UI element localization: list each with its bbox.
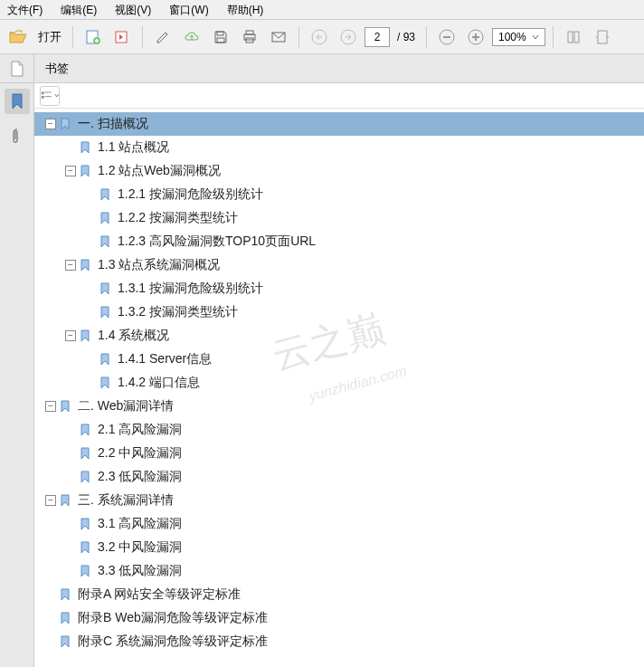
bookmarks-tab[interactable] bbox=[5, 89, 30, 114]
menu-help[interactable]: 帮助(H) bbox=[223, 2, 268, 17]
bookmark-node[interactable]: 附录B Web漏洞危险等级评定标准 bbox=[34, 606, 644, 630]
bookmark-label: 附录B Web漏洞危险等级评定标准 bbox=[78, 610, 268, 626]
document-tab-icon[interactable] bbox=[0, 54, 34, 82]
collapse-toggle[interactable]: − bbox=[65, 166, 76, 176]
bookmark-icon bbox=[99, 376, 112, 389]
collapse-toggle[interactable]: − bbox=[45, 119, 56, 129]
bookmark-node[interactable]: −1.2 站点Web漏洞概况 bbox=[34, 159, 644, 183]
bookmark-node[interactable]: 3.1 高风险漏洞 bbox=[34, 512, 644, 536]
bookmark-node[interactable]: 1.2.3 高风险漏洞数TOP10页面URL bbox=[34, 230, 644, 253]
bookmark-node[interactable]: 1.1 站点概况 bbox=[34, 136, 644, 159]
zoom-value: 100% bbox=[498, 31, 526, 43]
bookmark-node[interactable]: −1.4 系统概况 bbox=[34, 324, 644, 348]
email-button[interactable] bbox=[266, 24, 291, 50]
bookmark-node[interactable]: −三. 系统漏洞详情 bbox=[34, 489, 644, 512]
pane-toolbar bbox=[34, 83, 644, 109]
bookmark-icon bbox=[60, 400, 72, 413]
bookmark-icon bbox=[80, 259, 92, 272]
bookmark-node[interactable]: 1.3.2 按漏洞类型统计 bbox=[34, 300, 644, 324]
open-button[interactable] bbox=[5, 24, 31, 50]
bookmarks-pane: −一. 扫描概况1.1 站点概况−1.2 站点Web漏洞概况1.2.1 按漏洞危… bbox=[34, 83, 644, 667]
collapse-toggle[interactable]: − bbox=[65, 330, 76, 341]
bookmark-icon bbox=[99, 353, 112, 366]
collapse-toggle[interactable]: − bbox=[45, 401, 56, 412]
bookmark-icon bbox=[60, 118, 72, 130]
print-button[interactable] bbox=[237, 24, 262, 50]
bookmark-icon bbox=[80, 424, 92, 436]
collapse-toggle[interactable]: − bbox=[45, 495, 56, 506]
collapse-toggle[interactable]: − bbox=[65, 260, 76, 271]
edit-button[interactable] bbox=[150, 24, 175, 50]
menu-edit[interactable]: 编辑(E) bbox=[57, 2, 100, 17]
page-input[interactable] bbox=[365, 27, 390, 47]
bookmark-icon bbox=[80, 541, 92, 554]
bookmark-label: 3.2 中风险漏洞 bbox=[98, 539, 182, 556]
bookmark-node[interactable]: 2.3 低风险漏洞 bbox=[34, 465, 644, 489]
save-button[interactable] bbox=[208, 24, 233, 50]
bookmark-node[interactable]: −一. 扫描概况 bbox=[34, 112, 644, 136]
bookmark-icon bbox=[80, 165, 92, 177]
svg-rect-19 bbox=[44, 96, 51, 97]
bookmark-node[interactable]: 附录C 系统漏洞危险等级评定标准 bbox=[34, 630, 644, 653]
bookmark-icon bbox=[99, 282, 112, 295]
bookmark-label: 一. 扫描概况 bbox=[78, 116, 148, 132]
convert-button[interactable] bbox=[109, 24, 135, 50]
svg-rect-5 bbox=[246, 31, 253, 34]
bookmark-node[interactable]: 2.1 高风险漏洞 bbox=[34, 418, 644, 442]
bookmark-icon bbox=[80, 565, 92, 577]
sidebar bbox=[0, 83, 34, 667]
bookmark-node[interactable]: 附录A 网站安全等级评定标准 bbox=[34, 583, 644, 606]
zoom-in-button[interactable] bbox=[463, 24, 488, 50]
page-total: / 93 bbox=[393, 31, 419, 43]
menu-view[interactable]: 视图(V) bbox=[111, 2, 155, 17]
svg-rect-3 bbox=[217, 32, 223, 35]
bookmark-label: 二. Web漏洞详情 bbox=[78, 398, 174, 414]
bookmark-icon bbox=[99, 188, 112, 201]
bookmark-label: 3.3 低风险漏洞 bbox=[98, 563, 182, 579]
bookmark-node[interactable]: 1.2.1 按漏洞危险级别统计 bbox=[34, 183, 644, 206]
bookmark-icon bbox=[99, 212, 112, 224]
bookmark-label: 三. 系统漏洞详情 bbox=[78, 492, 174, 509]
bookmark-icon bbox=[80, 471, 92, 483]
zoom-select[interactable]: 100% bbox=[492, 28, 545, 46]
bookmark-label: 1.2.3 高风险漏洞数TOP10页面URL bbox=[118, 233, 316, 250]
bookmark-node[interactable]: 3.2 中风险漏洞 bbox=[34, 536, 644, 559]
bookmark-node[interactable]: −1.3 站点系统漏洞概况 bbox=[34, 253, 644, 277]
bookmark-node[interactable]: 3.3 低风险漏洞 bbox=[34, 559, 644, 583]
bookmark-node[interactable]: 1.4.2 端口信息 bbox=[34, 371, 644, 395]
bookmark-node[interactable]: 1.4.1 Server信息 bbox=[34, 348, 644, 371]
bookmark-label: 1.1 站点概况 bbox=[98, 139, 169, 156]
main-area: −一. 扫描概况1.1 站点概况−1.2 站点Web漏洞概况1.2.1 按漏洞危… bbox=[0, 83, 644, 667]
options-button[interactable] bbox=[40, 86, 60, 106]
bookmark-icon bbox=[80, 329, 92, 342]
next-page-button[interactable] bbox=[336, 24, 361, 50]
bookmark-node[interactable]: 2.2 中风险漏洞 bbox=[34, 442, 644, 465]
fit-width-button[interactable] bbox=[590, 24, 615, 50]
bookmark-node[interactable]: 1.2.2 按漏洞类型统计 bbox=[34, 206, 644, 230]
toolbar: 打开 / 93 100% bbox=[0, 20, 644, 54]
bookmark-label: 2.2 中风险漏洞 bbox=[98, 445, 182, 462]
bookmark-node[interactable]: 1.3.1 按漏洞危险级别统计 bbox=[34, 277, 644, 300]
bookmark-label: 1.2.1 按漏洞危险级别统计 bbox=[118, 186, 263, 203]
separator bbox=[72, 26, 73, 48]
chevron-down-icon bbox=[54, 93, 59, 99]
bookmark-icon bbox=[80, 141, 92, 154]
create-note-button[interactable] bbox=[80, 24, 106, 50]
bookmark-label: 1.4.1 Server信息 bbox=[118, 351, 212, 367]
attachments-tab[interactable] bbox=[5, 123, 30, 148]
prev-page-button[interactable] bbox=[307, 24, 332, 50]
separator bbox=[553, 26, 554, 48]
svg-rect-17 bbox=[44, 91, 51, 92]
menu-file[interactable]: 文件(F) bbox=[4, 2, 46, 17]
zoom-out-button[interactable] bbox=[434, 24, 459, 50]
menu-window[interactable]: 窗口(W) bbox=[166, 2, 212, 17]
bookmark-icon bbox=[80, 518, 92, 530]
bookmark-label: 1.3.1 按漏洞危险级别统计 bbox=[118, 281, 263, 297]
svg-rect-13 bbox=[568, 32, 573, 43]
bookmark-icon bbox=[80, 447, 92, 460]
bookmark-label: 3.1 高风险漏洞 bbox=[98, 516, 182, 532]
fit-page-button[interactable] bbox=[561, 24, 586, 50]
svg-rect-4 bbox=[217, 38, 224, 43]
cloud-upload-button[interactable] bbox=[179, 24, 204, 50]
bookmark-node[interactable]: −二. Web漏洞详情 bbox=[34, 395, 644, 418]
